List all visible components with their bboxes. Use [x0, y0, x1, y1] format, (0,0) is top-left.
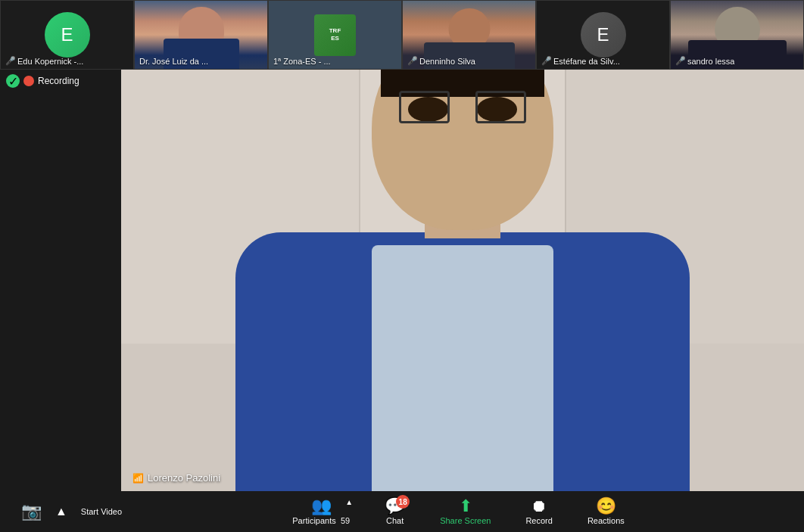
participant-name: Edu Kopernick -...	[17, 57, 83, 66]
participants-label: Participants 59	[292, 516, 350, 525]
chevron-up-icon: ▲	[52, 503, 70, 520]
participants-chevron-icon: ▲	[342, 496, 356, 508]
mic-muted-icon: 🎤	[5, 56, 16, 66]
speaker-label: 📶 Lorenzo Pazolini	[132, 472, 220, 484]
participant-tile[interactable]: Dr. José Luiz da ...	[134, 0, 268, 70]
participant-name: 1ª Zona-ES - ...	[273, 57, 331, 66]
recording-indicator	[23, 76, 34, 86]
reactions-icon: 😊	[596, 498, 616, 515]
toolbar-center: 👥 Participants 59 ▲ 💬 Chat 18 ⬆ Share Sc…	[128, 495, 789, 528]
start-video-text: Start Video	[81, 507, 122, 516]
mic-muted-icon: 🎤	[407, 56, 418, 66]
stop-video-button[interactable]: 📷	[15, 500, 48, 523]
security-icon: ✓	[6, 74, 20, 88]
start-video-label-btn[interactable]: Start Video	[75, 504, 128, 519]
organization-logo: TRFES	[314, 14, 356, 56]
mic-muted-icon: 🎤	[675, 56, 686, 66]
reactions-label: Reactions	[587, 516, 625, 525]
recording-badge: ✓ Recording	[6, 74, 79, 88]
signal-strength-icon: 📶	[132, 473, 144, 484]
recording-label: Recording	[38, 76, 79, 86]
avatar: E	[45, 12, 90, 58]
video-background	[121, 70, 804, 491]
avatar: E	[581, 12, 626, 58]
toolbar-left: 📷 ▲ Start Video	[15, 500, 128, 523]
chat-badge: 18	[396, 495, 410, 509]
participant-tile[interactable]: 🎤 Denninho Silva	[402, 0, 536, 70]
participants-button[interactable]: 👥 Participants 59 ▲	[286, 495, 356, 528]
participant-tile[interactable]: E 🎤 Edu Kopernick -...	[0, 0, 134, 70]
participant-name: Dr. José Luiz da ...	[139, 57, 208, 66]
main-video-area[interactable]: 📶 Lorenzo Pazolini	[121, 70, 804, 491]
reactions-button[interactable]: 😊 Reactions	[581, 495, 631, 528]
speaker-name: Lorenzo Pazolini	[148, 472, 220, 484]
video-off-icon: 📷	[21, 503, 42, 520]
mic-muted-icon: 🎤	[541, 56, 552, 66]
person-shirt	[372, 245, 553, 491]
participant-name: Estéfane da Silv...	[553, 57, 620, 66]
share-screen-icon: ⬆	[459, 498, 472, 515]
participant-tile[interactable]: E 🎤 Estéfane da Silv...	[536, 0, 670, 70]
record-label: Record	[525, 516, 552, 525]
record-button[interactable]: ⏺ Record	[519, 495, 558, 528]
participant-tile[interactable]: 🎤 sandro lessa	[670, 0, 804, 70]
chat-label: Chat	[386, 516, 404, 525]
share-screen-label: Share Screen	[440, 516, 491, 525]
video-chevron-button[interactable]: ▲	[51, 503, 72, 520]
toolbar: 📷 ▲ Start Video 👥 Participants 59 ▲ 💬 Ch…	[0, 491, 804, 532]
participant-strip: E 🎤 Edu Kopernick -... Dr. José Luiz da …	[0, 0, 804, 70]
participant-tile[interactable]: TRFES 1ª Zona-ES - ...	[268, 0, 402, 70]
share-screen-button[interactable]: ⬆ Share Screen	[434, 495, 497, 528]
participants-icon: 👥	[311, 498, 332, 515]
participant-name: Denninho Silva	[419, 57, 475, 66]
chat-button[interactable]: 💬 Chat 18	[379, 495, 411, 528]
left-sidebar	[0, 70, 121, 491]
participant-name: sandro lessa	[687, 57, 734, 66]
record-icon: ⏺	[531, 498, 547, 515]
person-head	[372, 70, 553, 230]
